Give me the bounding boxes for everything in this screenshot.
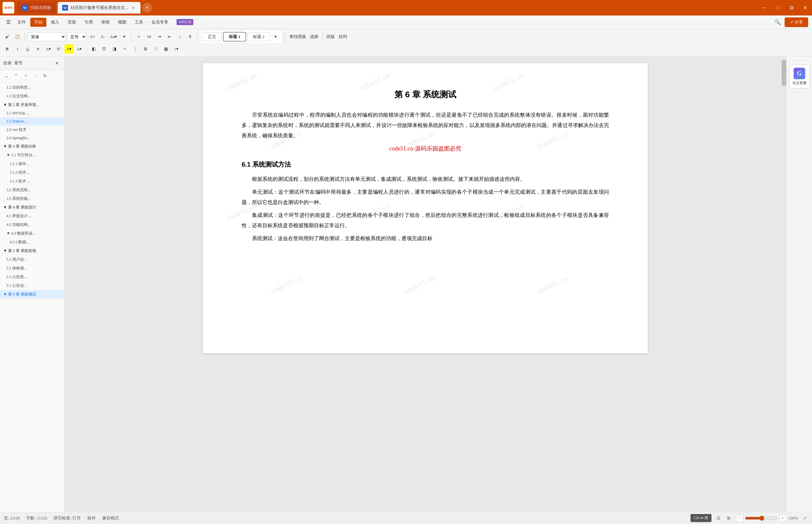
toc-item-1-3[interactable]: 1.3 论文结构... [0,92,64,100]
restore-button[interactable]: ⧉ [787,3,796,12]
align-right-button[interactable]: ◨ [110,45,119,53]
toc-item-4-3-2[interactable]: 4.3.2 数据... [0,238,64,247]
menu-wps-ai[interactable]: WPS AI [173,17,197,27]
toc-item-3-3[interactable]: 3.3 系统性能... [0,194,64,203]
tab-document[interactable]: W 社区医疗服务可视化系统论文... ✕ [58,2,140,14]
toc-item-2-3[interactable]: 2.3 vue 技术 [0,125,64,134]
paragraph-button[interactable]: ¶ [186,32,195,41]
toc-item-4-2[interactable]: 4.2 功能结构... [0,220,64,229]
menu-tools[interactable]: 工具 [131,18,147,27]
search-button[interactable]: 🔍 [773,18,782,27]
indent-decrease-button[interactable]: ⇤ [165,32,174,41]
menu-review[interactable]: 审阅 [97,18,113,27]
toc-item-ch4[interactable]: ▼ 第 4 章 系统设计 [0,203,64,212]
sidebar-minus-button[interactable]: − [32,72,39,80]
distributed-button[interactable]: ⋮ [131,45,139,53]
italic-button[interactable]: I [13,45,22,53]
new-tab-button[interactable]: + [143,3,152,13]
minimize-button[interactable]: ─ [760,3,769,12]
clear-format-button[interactable]: ✦ [119,32,129,41]
toc-item-ch3[interactable]: ▼ 第 3 章 系统分析 [0,142,64,151]
sidebar-refresh-button[interactable]: ↻ [41,72,49,80]
align-left-button[interactable]: ◧ [89,45,98,53]
share-button[interactable]: ↗ 分享 [784,17,808,27]
menu-home[interactable]: 开始 [30,18,46,27]
toc-item-2-4[interactable]: 2.4 SpringBo... [0,134,64,142]
toc-item-3-1-3[interactable]: 3.1.3 技术 ... [0,177,64,186]
font-color-button[interactable]: A▾ [44,45,53,53]
toc-item-ch2[interactable]: ▼ 第 2 章 开发环境... [0,100,64,109]
toc-item-5-3[interactable]: 5.3 公告类... [0,273,64,281]
toc-item-ch6[interactable]: ▼ 第 6 章 系统测试 [0,290,64,299]
list-bullet-button[interactable]: ≡ [134,32,143,41]
list-number-button[interactable]: ≡# [144,32,153,41]
menu-insert[interactable]: 插入 [47,18,63,27]
menu-reference[interactable]: 引用 [81,18,97,27]
toc-item-3-2[interactable]: 3.2 系统流程... [0,186,64,194]
compare-label[interactable]: 校对 [87,515,96,521]
tab-templates[interactable]: W 找稿壳模板 [17,2,56,14]
essay-check-button[interactable]: G 论文查重 [789,65,810,88]
text-highlight-button[interactable]: A▾ [64,45,73,53]
toc-item-5-2[interactable]: 5.2 体检项... [0,264,64,273]
document-area[interactable]: code51.cn code51.cn code51.cn code51.cn … [64,57,786,512]
col-layout-button[interactable]: ⊞ [141,45,150,53]
ch-toggle-button[interactable]: CH ⇌ 简 [691,514,711,522]
char-shading-button[interactable]: A▾ [75,45,84,53]
toc-item-1-2[interactable]: 1.2 目的和意... [0,83,64,92]
sort-button[interactable]: 排版 [325,32,336,41]
zoom-out-button[interactable]: − [736,515,743,522]
font-decrease-button[interactable]: A- [98,32,107,41]
font-family-select[interactable]: 宋体 [28,32,66,41]
toc-item-2-2[interactable]: 2.2 Tomcat ... [0,117,64,125]
zoom-in-button[interactable]: + [779,515,786,522]
underline-button[interactable]: U [23,45,32,53]
view-mode-double[interactable]: ⊞ [726,515,732,521]
menu-hamburger[interactable]: ☰ [4,18,13,27]
menu-view[interactable]: 视图 [114,18,130,27]
align-center-button[interactable]: ☰ [100,45,109,53]
maximize-button[interactable]: □ [773,3,782,12]
sidebar-add-button[interactable]: + [22,72,30,80]
view-mode-single[interactable]: ⊡ [715,515,722,521]
sidebar-close-button[interactable]: ✕ [53,59,61,67]
tab-close-button[interactable]: ✕ [131,5,136,10]
toc-item-4-1[interactable]: 4.1 界面设计 ... [0,212,64,220]
scrollbar-thumb[interactable] [782,60,786,86]
style-normal-button[interactable]: 正文 [202,32,222,41]
toc-item-5-1[interactable]: 5.1 用户信... [0,255,64,264]
style-more-button[interactable]: ▾ [271,32,280,41]
align-justify-button[interactable]: ≡ [120,45,129,53]
border-button[interactable]: □ [151,45,160,53]
indent-increase-button[interactable]: ⇥ [155,32,164,41]
format-painter-button[interactable]: 🖌 [3,32,12,41]
vertical-scrollbar[interactable] [782,57,786,512]
toc-item-3-1[interactable]: ▼ 3.1 可行性分... [0,151,64,160]
sidebar-chevron-up[interactable]: ⌃ [12,72,20,80]
style-h2-button[interactable]: 标题 2 [247,32,270,41]
sidebar-chevron-down[interactable]: ⌄ [3,72,10,80]
font-increase-button[interactable]: A+ [88,32,97,41]
find-replace-button[interactable]: 查找替换 [288,32,308,41]
select-button[interactable]: 选择 [309,32,320,41]
paste-button[interactable]: 📋 [13,32,22,41]
toc-item-5-1b[interactable]: 5.1 公告信... [0,281,64,290]
style-h1-button[interactable]: 标题 1 [223,32,246,42]
toc-item-3-1-1[interactable]: 3.1.1 操作... [0,160,64,168]
shading-button[interactable]: ▦ [162,45,170,53]
toc-item-3-1-2[interactable]: 3.1.2 经济... [0,168,64,177]
bold-button[interactable]: B [3,45,12,53]
toc-item-ch5[interactable]: ▼ 第 5 章 系统实现 [0,247,64,255]
close-button[interactable]: ✕ [800,3,809,12]
font-transform-button[interactable]: Aa▾ [109,32,118,41]
line-spacing-button[interactable]: ↕ [175,32,184,41]
arrange-button[interactable]: 排列 [337,32,348,41]
spell-check[interactable]: 拼写检查: 打开 [53,515,81,521]
toc-item-2-1[interactable]: 2.1 MYSQL ... [0,109,64,117]
zoom-slider[interactable] [745,515,777,521]
menu-file[interactable]: 文件 [14,18,30,27]
menu-page[interactable]: 页面 [64,18,80,27]
font-size-select[interactable]: 五号 [67,32,87,41]
superscript-button[interactable]: X² [54,45,63,53]
menu-member[interactable]: 会员专享 [148,18,172,27]
